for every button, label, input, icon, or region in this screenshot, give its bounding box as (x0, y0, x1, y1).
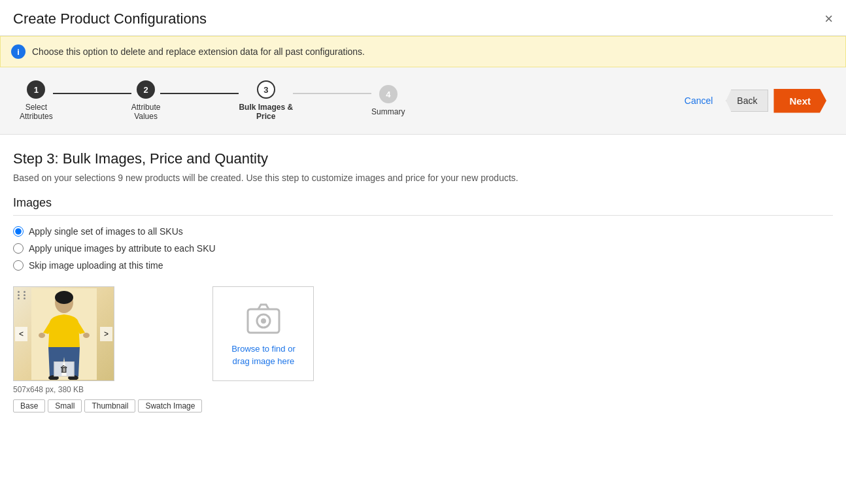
drag-dot (24, 294, 25, 296)
image-delete-button[interactable]: 🗑 (54, 361, 74, 377)
cancel-button[interactable]: Cancel (677, 90, 721, 111)
image-next-button[interactable]: > (100, 327, 112, 341)
step-4-label: Summary (371, 107, 405, 116)
step-2-label: AttributeValues (131, 103, 161, 121)
step-3-circle: 3 (257, 80, 275, 99)
step-description: Based on your selections 9 new products … (13, 173, 833, 183)
upload-card[interactable]: Browse to find ordrag image here (212, 286, 314, 381)
connector-3-4 (293, 93, 371, 94)
svg-point-9 (261, 318, 266, 324)
upload-text: Browse to find ordrag image here (231, 343, 296, 367)
camera-icon (245, 300, 282, 337)
image-option-2-input[interactable] (13, 243, 24, 254)
drag-dot (18, 297, 20, 299)
wizard-buttons: Cancel Back Next (677, 89, 826, 113)
image-option-2-label: Apply unique images by attribute to each… (29, 243, 216, 254)
modal-title: Create Product Configurations (13, 10, 207, 27)
svg-point-4 (83, 333, 90, 338)
image-option-2[interactable]: Apply unique images by attribute to each… (13, 243, 833, 254)
image-tags: Base Small Thumbnail Swatch Image (13, 399, 202, 412)
image-option-1-label: Apply single set of images to all SKUs (29, 226, 183, 237)
image-option-1-input[interactable] (13, 226, 24, 237)
wizard-nav: 1 SelectAttributes 2 AttributeValues 3 B… (0, 67, 846, 135)
existing-image-col: < > 🗑 507x648 px, 380 KB Base Small Thum… (13, 286, 202, 412)
main-content: Step 3: Bulk Images, Price and Quantity … (0, 135, 846, 428)
connector-1-2 (53, 93, 131, 94)
wizard-step-1: 1 SelectAttributes (20, 80, 53, 121)
step-4-circle: 4 (379, 85, 398, 103)
drag-dot (18, 294, 20, 296)
next-button[interactable]: Next (773, 89, 826, 113)
connector-2-3 (160, 93, 239, 94)
step-1-circle: 1 (27, 80, 45, 99)
notification-bar: i Choose this option to delete and repla… (0, 36, 846, 67)
image-option-3-input[interactable] (13, 260, 24, 271)
drag-dot (24, 291, 25, 293)
image-option-3-label: Skip image uploading at this time (29, 260, 163, 271)
wizard-steps: 1 SelectAttributes 2 AttributeValues 3 B… (20, 80, 677, 121)
existing-image-card: < > 🗑 (13, 286, 114, 381)
tag-swatch: Swatch Image (138, 399, 202, 412)
step-3-label: Bulk Images &Price (239, 103, 293, 121)
svg-point-3 (39, 333, 45, 338)
images-area: < > 🗑 507x648 px, 380 KB Base Small Thum… (13, 286, 833, 412)
drag-dot (18, 291, 20, 293)
wizard-step-3: 3 Bulk Images &Price (239, 80, 293, 121)
step-1-label: SelectAttributes (20, 103, 53, 121)
wizard-step-2: 2 AttributeValues (131, 80, 161, 121)
image-prev-button[interactable]: < (15, 327, 27, 341)
info-icon: i (11, 44, 25, 59)
back-button[interactable]: Back (726, 90, 768, 112)
step-2-circle: 2 (137, 80, 155, 99)
modal-header: Create Product Configurations × (0, 0, 846, 36)
wizard-step-4: 4 Summary (371, 85, 405, 116)
notification-message: Choose this option to delete and replace… (32, 46, 365, 57)
image-option-1[interactable]: Apply single set of images to all SKUs (13, 226, 833, 237)
image-option-3[interactable]: Skip image uploading at this time (13, 260, 833, 271)
image-info: 507x648 px, 380 KB (13, 385, 202, 394)
step-title: Step 3: Bulk Images, Price and Quantity (13, 150, 833, 167)
tag-small: Small (48, 399, 82, 412)
close-button[interactable]: × (824, 12, 833, 26)
drag-dot (24, 297, 25, 299)
image-option-group: Apply single set of images to all SKUs A… (13, 226, 833, 271)
drag-handle[interactable] (18, 291, 28, 299)
svg-point-2 (55, 291, 73, 304)
images-section-title: Images (13, 196, 833, 216)
tag-thumbnail: Thumbnail (84, 399, 135, 412)
tag-base: Base (13, 399, 45, 412)
